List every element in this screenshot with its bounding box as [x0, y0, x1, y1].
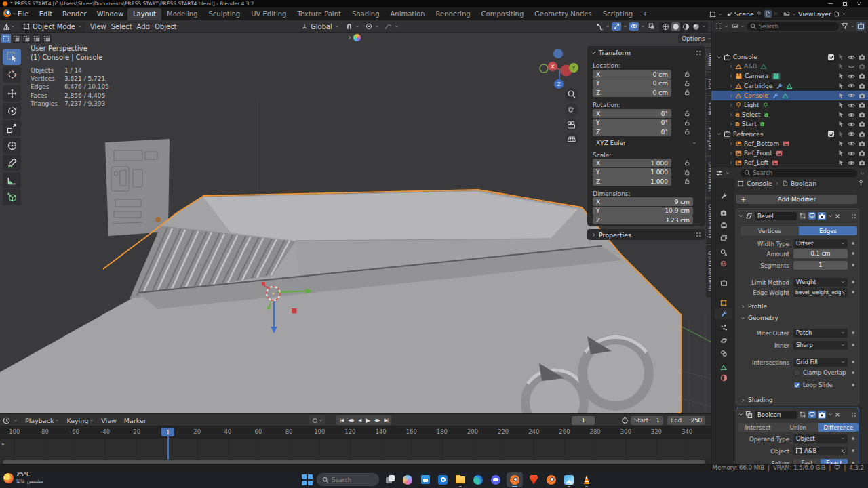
- number-field-amount[interactable]: 0.1 cm: [793, 249, 848, 258]
- add-workspace-button[interactable]: +: [638, 8, 652, 20]
- weather-widget[interactable]: 25°Cمشمس غالبًا: [3, 472, 43, 484]
- new-scene-icon[interactable]: [764, 10, 772, 18]
- properties-tab-data[interactable]: [715, 361, 732, 373]
- menu-edit[interactable]: Edit: [39, 10, 52, 18]
- outliner-row-select[interactable]: aSelecta: [711, 110, 868, 119]
- falloff-icon[interactable]: [384, 23, 392, 30]
- transform-field[interactable]: Z3.23 cm: [593, 216, 693, 224]
- transform-field[interactable]: Z1.000: [593, 177, 671, 186]
- scene-name[interactable]: Scene: [734, 10, 754, 18]
- workspace-tab-shading[interactable]: Shading: [347, 8, 385, 20]
- outliner-row-refrences[interactable]: Refrences: [711, 129, 868, 139]
- tool-add-cube[interactable]: [3, 189, 21, 205]
- checkbox[interactable]: [793, 382, 800, 388]
- filter-icon[interactable]: [841, 22, 848, 30]
- sidebar-properties-panel[interactable]: Properties: [587, 229, 705, 240]
- render-visibility-icon[interactable]: [859, 54, 865, 60]
- display-mode-icon[interactable]: [732, 23, 738, 30]
- properties-tab-render[interactable]: [715, 207, 732, 218]
- workspace-tab-compositing[interactable]: Compositing: [476, 8, 530, 20]
- render-visibility-icon[interactable]: [859, 140, 865, 147]
- tag-field-edge-weight[interactable]: bevel_weight_edge: [793, 288, 848, 297]
- matcap-ball-icon[interactable]: [353, 34, 361, 41]
- selectable-icon[interactable]: [837, 73, 844, 79]
- operation-intersect[interactable]: Intersect: [738, 423, 778, 432]
- properties-tab-object[interactable]: [715, 297, 732, 308]
- app-store[interactable]: [418, 472, 432, 487]
- workspace-tab-rendering[interactable]: Rendering: [431, 8, 476, 20]
- subpanel-geometry[interactable]: Geometry: [741, 314, 778, 321]
- pin-icon[interactable]: [756, 11, 762, 17]
- app-brave[interactable]: [527, 472, 540, 487]
- render-visibility-icon[interactable]: [859, 159, 865, 166]
- properties-tab-material[interactable]: [715, 372, 732, 384]
- workspace-tab-geometry-nodes[interactable]: Geometry Nodes: [529, 8, 597, 20]
- selectable-icon[interactable]: [837, 150, 844, 157]
- operation-union[interactable]: Union: [778, 423, 818, 432]
- app-edge[interactable]: [471, 472, 485, 487]
- outliner-row-camera[interactable]: Camera: [711, 71, 868, 81]
- selectable-icon[interactable]: [837, 54, 844, 60]
- selectable-icon[interactable]: [837, 111, 844, 118]
- editor-type-icon[interactable]: [715, 22, 722, 30]
- properties-tab-physics[interactable]: [715, 335, 732, 346]
- jump-end-button[interactable]: ▶|: [382, 418, 390, 423]
- expand-chevron-icon[interactable]: [729, 64, 733, 68]
- tool-transform[interactable]: [3, 138, 21, 154]
- search-input[interactable]: [753, 169, 854, 176]
- dropdown-inner[interactable]: Sharp: [793, 341, 848, 350]
- decorator-dot[interactable]: [852, 449, 854, 452]
- outliner-row-ref-front[interactable]: Ref_Front: [711, 148, 868, 158]
- selectable-icon[interactable]: [837, 159, 844, 166]
- realtime-toggle-icon[interactable]: [808, 212, 816, 220]
- transform-field[interactable]: X0°: [593, 109, 671, 118]
- render-toggle-icon[interactable]: [818, 212, 826, 220]
- selectable-icon[interactable]: [837, 92, 844, 99]
- transform-field[interactable]: Y1.000: [593, 168, 671, 177]
- outliner-row-ref-left[interactable]: Ref_Left: [711, 158, 868, 167]
- current-frame-badge[interactable]: 1: [161, 428, 174, 436]
- rotation-mode-dropdown[interactable]: XYZ Euler: [593, 138, 700, 148]
- dropdown-intersections[interactable]: Grid Fill: [793, 358, 848, 367]
- checkbox[interactable]: [793, 369, 800, 376]
- taskbar-search[interactable]: [317, 473, 379, 486]
- overlays-toggle-icon[interactable]: [629, 22, 639, 30]
- shading-solid-icon[interactable]: [671, 22, 680, 31]
- affect-option-vertices[interactable]: Vertices: [741, 226, 799, 235]
- select-mode-subtract[interactable]: [22, 34, 31, 43]
- lock-icon[interactable]: [684, 80, 690, 87]
- checkbox-row-loop-slide[interactable]: Loop Slide: [793, 382, 833, 388]
- lock-icon[interactable]: [684, 128, 690, 135]
- properties-tab-modifiers[interactable]: [715, 308, 732, 319]
- workspace-tab-layout[interactable]: Layout: [127, 8, 161, 20]
- expand-chevron-icon[interactable]: [729, 74, 733, 78]
- app-file-explorer[interactable]: [454, 472, 467, 487]
- auto-key-button[interactable]: [309, 415, 326, 425]
- workspace-tab-scripting[interactable]: Scripting: [597, 8, 638, 20]
- expand-chevron-icon[interactable]: [729, 84, 733, 88]
- close-icon[interactable]: [842, 12, 846, 16]
- dropdown-miter-outer[interactable]: Patch: [793, 329, 848, 338]
- render-visibility-icon[interactable]: [859, 131, 865, 138]
- transform-panel-header[interactable]: Transform: [591, 47, 701, 58]
- tool-scale[interactable]: [3, 120, 21, 136]
- properties-tab-constraints[interactable]: [715, 348, 732, 359]
- render-visibility-icon[interactable]: [859, 83, 865, 89]
- mode-selector[interactable]: Object Mode: [20, 22, 85, 32]
- decorator-dot[interactable]: [852, 281, 854, 283]
- hide-icon[interactable]: [848, 111, 855, 119]
- editor-type-icon[interactable]: [715, 169, 723, 177]
- expand-chevron-icon[interactable]: [717, 55, 722, 60]
- tool-measure[interactable]: [3, 172, 21, 188]
- workspace-tab-modeling[interactable]: Modeling: [161, 8, 203, 20]
- outliner-row-cartridge[interactable]: Cartridge: [711, 81, 868, 91]
- expand-chevron-icon[interactable]: [729, 142, 733, 146]
- outliner-row-a-b[interactable]: A&B: [711, 62, 868, 71]
- decorator-dot[interactable]: [852, 437, 854, 440]
- dropdown-operand-type[interactable]: Object: [793, 434, 848, 443]
- app-task-view[interactable]: [383, 472, 397, 487]
- selectable-icon[interactable]: [837, 83, 844, 89]
- app-outlook[interactable]: [436, 472, 450, 487]
- selectable-icon[interactable]: [837, 121, 844, 127]
- properties-tab-world[interactable]: [715, 258, 732, 269]
